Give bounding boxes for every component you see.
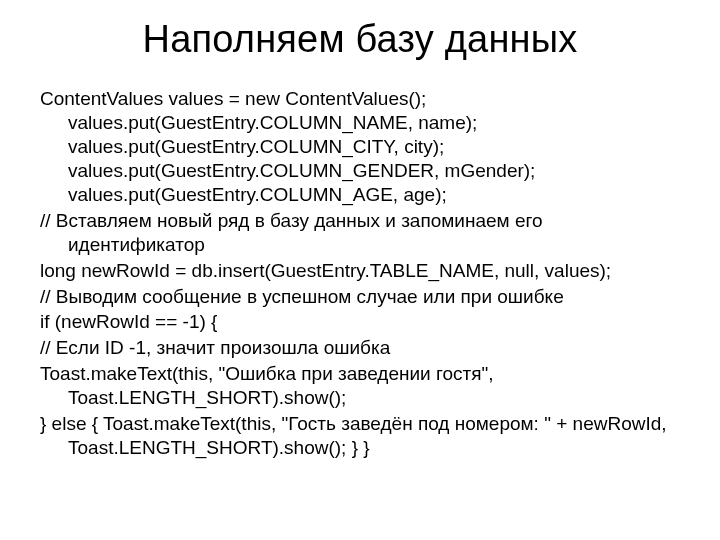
code-line: // Вставляем новый ряд в базу данных и з… bbox=[40, 209, 680, 257]
code-line: // Выводим сообщение в успешном случае и… bbox=[40, 285, 680, 309]
code-line: ContentValues values = new ContentValues… bbox=[40, 87, 680, 207]
slide-title: Наполняем базу данных bbox=[40, 18, 680, 61]
slide-body: ContentValues values = new ContentValues… bbox=[40, 87, 680, 460]
code-line: if (newRowId == -1) { bbox=[40, 310, 680, 334]
slide: Наполняем базу данных ContentValues valu… bbox=[0, 0, 720, 540]
code-line: long newRowId = db.insert(GuestEntry.TAB… bbox=[40, 259, 680, 283]
code-line: // Если ID -1, значит произошла ошибка bbox=[40, 336, 680, 360]
code-line: } else { Toast.makeText(this, "Гость зав… bbox=[40, 412, 680, 460]
code-line: Toast.makeText(this, "Ошибка при заведен… bbox=[40, 362, 680, 410]
